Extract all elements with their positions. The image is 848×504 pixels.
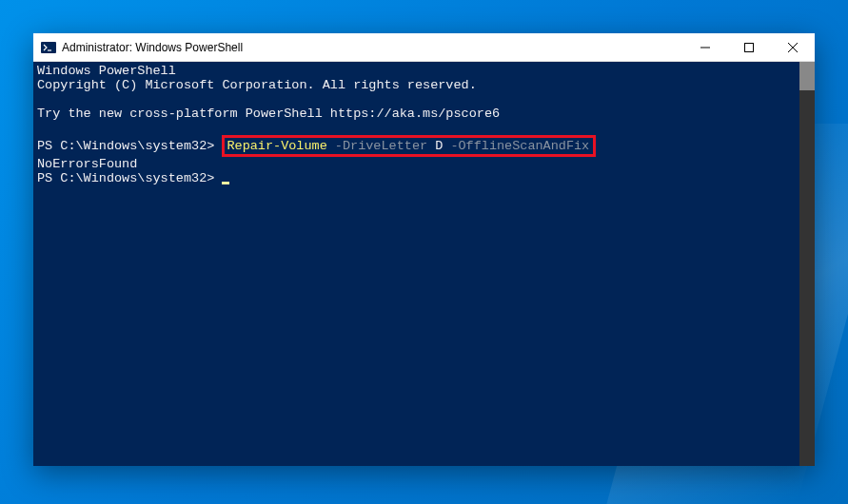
window-controls bbox=[683, 33, 815, 61]
terminal-command-line: PS C:\Windows\system32> Repair-Volume -D… bbox=[37, 135, 811, 157]
param-driveletter: -DriveLetter bbox=[327, 139, 427, 153]
svg-rect-0 bbox=[41, 42, 56, 53]
terminal-blank bbox=[37, 121, 811, 135]
terminal-header-line: Windows PowerShell bbox=[37, 64, 811, 78]
maximize-button[interactable] bbox=[727, 33, 771, 61]
terminal-content[interactable]: Windows PowerShell Copyright (C) Microso… bbox=[33, 62, 815, 466]
terminal-copyright-line: Copyright (C) Microsoft Corporation. All… bbox=[37, 78, 811, 92]
command-highlight-box: Repair-Volume -DriveLetter D -OfflineSca… bbox=[222, 135, 596, 157]
cmdlet-name: Repair-Volume bbox=[227, 139, 326, 153]
powershell-window: Administrator: Windows PowerShell Window… bbox=[33, 33, 815, 466]
arg-drive: D bbox=[427, 139, 443, 153]
window-title: Administrator: Windows PowerShell bbox=[62, 41, 683, 54]
scrollbar-thumb[interactable] bbox=[799, 62, 815, 90]
close-button[interactable] bbox=[771, 33, 815, 61]
powershell-icon bbox=[41, 40, 56, 55]
terminal-blank bbox=[37, 92, 811, 107]
scrollbar-track[interactable] bbox=[799, 62, 815, 466]
param-offlinescan: -OfflineScanAndFix bbox=[443, 139, 589, 153]
svg-rect-3 bbox=[745, 43, 754, 51]
cursor bbox=[222, 182, 229, 184]
prompt-text: PS C:\Windows\system32> bbox=[37, 139, 222, 153]
window-titlebar[interactable]: Administrator: Windows PowerShell bbox=[33, 33, 815, 62]
terminal-result-line: NoErrorsFound bbox=[37, 157, 811, 171]
terminal-prompt-line: PS C:\Windows\system32> bbox=[37, 171, 811, 185]
prompt-text: PS C:\Windows\system32> bbox=[37, 171, 222, 185]
terminal-info-line: Try the new cross-platform PowerShell ht… bbox=[37, 107, 811, 121]
minimize-button[interactable] bbox=[683, 33, 727, 61]
